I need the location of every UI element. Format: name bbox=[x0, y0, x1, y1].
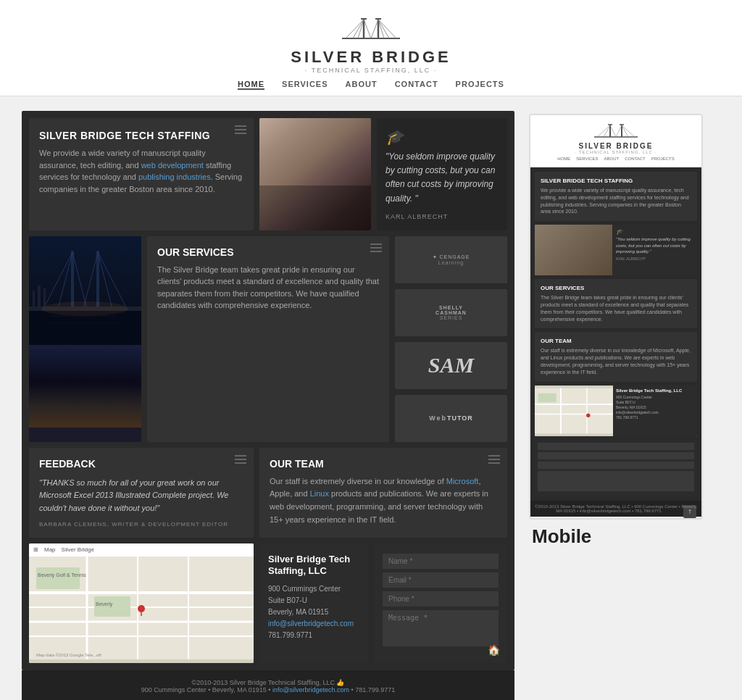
address-text: 900 Cummings Center Suite B07-U Beverly,… bbox=[268, 583, 359, 641]
map-bg: ⊞ Map Silver Bridge bbox=[29, 543, 254, 663]
mobile-address-cell: Silver Bridge Tech Staffing, LLC 900 Cum… bbox=[613, 386, 697, 436]
shelly-logo: SHELLY CASHMAN SERIES bbox=[395, 289, 507, 336]
nav-projects[interactable]: PROJECTS bbox=[456, 80, 504, 90]
nav-about[interactable]: ABOUT bbox=[346, 80, 378, 90]
desktop-footer: ©2010-2013 Silver Bridge Technical Staff… bbox=[22, 670, 514, 700]
mobile-logo-text: SILVER BRIDGE bbox=[536, 142, 696, 150]
intro-heading: SILVER BRIDGE TECH STAFFING bbox=[39, 130, 243, 141]
svg-line-53 bbox=[622, 125, 635, 137]
mobile-nav-contact[interactable]: CONTACT bbox=[625, 157, 646, 161]
city-photo-cell bbox=[29, 236, 141, 442]
logos-column: ✦ CENGAGE Learning SHELLY CASHMAN SERIES… bbox=[395, 236, 507, 442]
map-title: Silver Bridge bbox=[62, 546, 94, 553]
mobile-services-body: The Silver Bridge team takes great pride… bbox=[541, 294, 691, 322]
mobile-form bbox=[535, 440, 697, 496]
row-4: ⊞ Map Silver Bridge bbox=[29, 543, 507, 663]
mobile-map-cell: Silver Bridge Tech Staffing, LLC 900 Cum… bbox=[535, 386, 697, 436]
svg-line-12 bbox=[371, 20, 378, 38]
feedback-hamburger[interactable] bbox=[235, 455, 246, 464]
mobile-form-name[interactable] bbox=[538, 443, 694, 450]
desktop-inner: SILVER BRIDGE TECH STAFFING We provide a… bbox=[22, 111, 514, 670]
mobile-nav-services[interactable]: SERVICES bbox=[576, 157, 598, 161]
feedback-quote: "THANKS so much for all of your great wo… bbox=[39, 477, 243, 515]
mobile-logo-icon bbox=[594, 121, 638, 139]
svg-rect-27 bbox=[43, 288, 46, 307]
company-name: Silver Bridge Tech Staffing, LLC bbox=[268, 554, 359, 578]
mobile-form-message[interactable] bbox=[538, 471, 694, 491]
svg-rect-39 bbox=[36, 567, 80, 589]
ourteam-hamburger[interactable] bbox=[488, 455, 500, 464]
ourteam-body: Our staff is extremely diverse in our kn… bbox=[270, 475, 497, 526]
intro-link-webdev[interactable]: web development bbox=[141, 161, 204, 170]
address-street: 900 Cummings Center bbox=[268, 585, 341, 593]
mobile-ourteam-body: Our staff is extremely diverse in our kn… bbox=[541, 347, 691, 375]
ourteam-heading: OUR TEAM bbox=[270, 458, 497, 470]
main-nav: HOME SERVICES ABOUT CONTACT PROJECTS bbox=[0, 80, 742, 90]
feedback-heading: FEEDBACK bbox=[39, 458, 243, 470]
svg-rect-26 bbox=[38, 286, 41, 307]
svg-line-11 bbox=[364, 20, 371, 38]
footer-copy: ©2010-2013 Silver Bridge Technical Staff… bbox=[192, 679, 335, 686]
address-city: Beverly, MA 01915 bbox=[268, 608, 328, 616]
services-cell: OUR SERVICES The Silver Bridge team take… bbox=[147, 236, 389, 442]
mobile-nav-home[interactable]: HOME bbox=[557, 157, 570, 161]
form-message[interactable] bbox=[383, 610, 499, 646]
mobile-ourteam-cell: OUR TEAM Our staff is extremely diverse … bbox=[535, 332, 697, 381]
footer-address: 900 Cummings Center • Beverly, MA 01915 … bbox=[141, 686, 272, 693]
quote-icon: 🎓 bbox=[385, 128, 499, 146]
mobile-photo-left bbox=[535, 225, 612, 275]
svg-point-28 bbox=[41, 301, 128, 316]
services-hamburger[interactable] bbox=[370, 243, 382, 252]
footer-fb-icon: 👍 bbox=[336, 679, 344, 686]
feedback-cell: FEEDBACK "THANKS so much for all of your… bbox=[29, 448, 254, 538]
mobile-frame: SILVER BRIDGE · TECHNICAL STAFFING, LLC … bbox=[529, 114, 703, 520]
nav-contact[interactable]: CONTACT bbox=[395, 80, 438, 90]
mobile-intro-heading: SILVER BRIDGE TECH STAFFING bbox=[541, 178, 691, 184]
footer-phone: • 781.799.9771 bbox=[351, 686, 396, 693]
mobile-form-phone[interactable] bbox=[538, 462, 694, 469]
form-email[interactable] bbox=[383, 572, 499, 588]
mobile-intro-cell: SILVER BRIDGE TECH STAFFING We provide a… bbox=[535, 172, 697, 221]
contact-form-cell: 🏠 bbox=[374, 543, 507, 663]
svg-rect-40 bbox=[94, 596, 130, 617]
map-content[interactable]: Beverly Golf & Tennis Beverly Map data ©… bbox=[29, 557, 254, 663]
sam-logo: SAM bbox=[395, 342, 507, 389]
form-phone[interactable] bbox=[383, 591, 499, 607]
quote-cell: 🎓 "You seldom improve quality by cutting… bbox=[377, 118, 507, 230]
feedback-author: BARBARA CLEMENS, WRITER & DEVELOPMENT ED… bbox=[39, 521, 243, 528]
nav-home[interactable]: HOME bbox=[238, 80, 264, 90]
mobile-nav: HOME SERVICES ABOUT CONTACT PROJECTS bbox=[536, 157, 696, 161]
nav-services[interactable]: SERVICES bbox=[282, 80, 328, 90]
hero-photo-cell bbox=[259, 118, 371, 230]
mobile-services-cell: OUR SERVICES The Silver Bridge team take… bbox=[535, 279, 697, 328]
svg-text:Beverly Golf & Tennis: Beverly Golf & Tennis bbox=[38, 572, 86, 578]
svg-point-63 bbox=[586, 413, 590, 417]
ms-link[interactable]: Microsoft bbox=[446, 477, 479, 486]
mobile-quote-cell: 🎓 "You seldom improve quality by cutting… bbox=[612, 225, 697, 275]
form-submit-icon[interactable]: 🏠 bbox=[488, 644, 500, 656]
services-body: The Silver Bridge team takes great pride… bbox=[157, 264, 379, 312]
logo-bridge-icon bbox=[342, 13, 400, 45]
mobile-services-heading: OUR SERVICES bbox=[541, 285, 691, 291]
linux-link[interactable]: Linux bbox=[310, 489, 329, 498]
mobile-header: SILVER BRIDGE · TECHNICAL STAFFING, LLC … bbox=[530, 115, 701, 167]
mobile-address: 900 Cummings CenterSuite B07-UBeverly, M… bbox=[616, 395, 694, 420]
intro-link-pub[interactable]: publishing industries bbox=[138, 172, 211, 181]
webtutor-logo: WebTUTOR bbox=[395, 395, 507, 442]
cengage-logo: ✦ CENGAGE Learning bbox=[395, 236, 507, 283]
desktop-section: SILVER BRIDGE TECH STAFFING We provide a… bbox=[22, 111, 514, 700]
mobile-nav-projects[interactable]: PROJECTS bbox=[651, 157, 675, 161]
page-header: SILVER BRIDGE · TECHNICAL STAFFING, LLC … bbox=[0, 0, 742, 96]
svg-rect-25 bbox=[33, 291, 35, 307]
hamburger-menu[interactable] bbox=[235, 125, 246, 134]
mobile-content: SILVER BRIDGE TECH STAFFING We provide a… bbox=[530, 167, 701, 501]
form-name[interactable] bbox=[383, 554, 499, 569]
logo-text: SILVER BRIDGE bbox=[0, 48, 742, 67]
svg-line-52 bbox=[604, 125, 610, 137]
mobile-ourteam-heading: OUR TEAM bbox=[541, 338, 691, 344]
address-email[interactable]: info@silverbridgetech.com bbox=[268, 620, 354, 628]
mobile-nav-about[interactable]: ABOUT bbox=[604, 157, 619, 161]
footer-email[interactable]: info@silverbridgetech.com bbox=[272, 686, 349, 693]
mobile-form-email[interactable] bbox=[538, 452, 694, 459]
address-suite: Suite B07-U bbox=[268, 596, 307, 604]
